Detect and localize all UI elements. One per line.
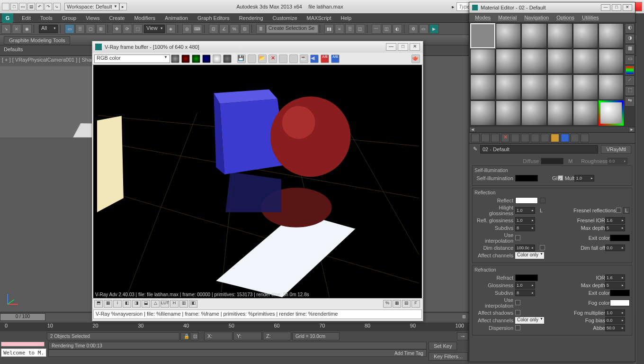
vfb-channel-dropdown[interactable]: RGB color bbox=[94, 55, 170, 63]
fresnel-checkbox[interactable] bbox=[616, 208, 621, 213]
vfb-f-icon[interactable]: F bbox=[411, 300, 420, 308]
menu-modifiers[interactable]: Modifiers bbox=[129, 14, 160, 22]
timeline-expand-icon[interactable]: ⊞ bbox=[462, 314, 466, 319]
medit-menu-material[interactable]: Material bbox=[494, 14, 520, 21]
reflect-swatch[interactable] bbox=[515, 197, 538, 204]
qat-save-icon[interactable]: ▤ bbox=[27, 3, 35, 10]
select-manip-icon[interactable]: ◎ bbox=[182, 24, 192, 34]
material-type-button[interactable]: VRayMtl bbox=[601, 145, 631, 154]
fresnel-ior-spinner[interactable]: 1.6 bbox=[605, 217, 625, 224]
qat-new-icon[interactable]: □ bbox=[10, 3, 18, 10]
menu-customize[interactable]: Customize bbox=[268, 14, 302, 22]
vfb-b6[interactable]: △ bbox=[151, 300, 160, 308]
dim-checkbox[interactable] bbox=[540, 245, 545, 250]
vfb-percent-icon[interactable]: % bbox=[383, 300, 392, 308]
get-material-icon[interactable] bbox=[471, 134, 480, 142]
vfb-open-icon[interactable]: 📂 bbox=[258, 55, 267, 63]
vfb-save-icon[interactable]: 💾 bbox=[237, 55, 246, 63]
angle-snap-icon[interactable]: ∠ bbox=[219, 24, 229, 34]
filter-dropdown[interactable]: All bbox=[39, 25, 58, 33]
layer-mgr-icon[interactable]: ◫ bbox=[356, 24, 365, 34]
background-icon[interactable]: ▦ bbox=[626, 45, 634, 54]
go-forward-icon[interactable] bbox=[581, 134, 589, 142]
vfb-green-icon[interactable] bbox=[192, 55, 200, 63]
material-slot-21[interactable] bbox=[521, 100, 546, 126]
app-logo-icon[interactable]: G bbox=[2, 13, 13, 23]
refr-ior-spinner[interactable]: 1.6 bbox=[605, 274, 625, 281]
options-icon[interactable]: ⟋ bbox=[626, 76, 634, 85]
medit-minimize-button[interactable]: — bbox=[601, 4, 610, 11]
refl-maxdepth-spinner[interactable]: 5 bbox=[605, 225, 625, 231]
scale-icon[interactable]: ⬚ bbox=[133, 24, 143, 34]
vfb-b1[interactable]: ▦ bbox=[104, 300, 112, 308]
scroll-right-icon[interactable]: ► bbox=[628, 127, 635, 132]
fog-color-swatch[interactable] bbox=[610, 300, 630, 306]
edit-selset-icon[interactable]: ≣ bbox=[256, 24, 266, 34]
percent-snap-icon[interactable]: % bbox=[230, 24, 239, 34]
graphite-tab[interactable]: Graphite Modeling Tools bbox=[4, 36, 70, 45]
material-slot-3[interactable] bbox=[521, 23, 546, 48]
medit-maximize-button[interactable]: □ bbox=[612, 4, 621, 11]
menu-graph-editors[interactable]: Graph Editors bbox=[193, 14, 234, 22]
material-slot-16[interactable] bbox=[547, 74, 572, 100]
delete-icon[interactable]: ✕ bbox=[501, 134, 510, 142]
make-unique-icon[interactable] bbox=[511, 134, 519, 142]
select-by-mat-icon[interactable]: ⬚ bbox=[626, 87, 634, 95]
put-lib-icon[interactable] bbox=[521, 134, 529, 142]
material-slot-13[interactable] bbox=[470, 74, 495, 100]
vfb-blue-icon[interactable] bbox=[202, 55, 211, 63]
mat-editor-icon[interactable]: ◐ bbox=[393, 24, 402, 34]
material-slot-22[interactable] bbox=[547, 100, 572, 126]
schematic-icon[interactable]: ◫ bbox=[382, 24, 392, 34]
vfb-b0[interactable]: ⬒ bbox=[94, 300, 103, 308]
material-slot-5[interactable] bbox=[573, 23, 598, 48]
vfb-region-icon[interactable]: ⬚ bbox=[289, 55, 298, 63]
vfb-b9[interactable]: ▥ bbox=[179, 300, 188, 308]
refr-maxdepth-spinner[interactable]: 5 bbox=[605, 282, 625, 289]
select-name-icon[interactable]: ☰ bbox=[75, 24, 85, 34]
refr-subdivs-spinner[interactable]: 8 bbox=[515, 290, 535, 296]
script-recorder[interactable] bbox=[1, 342, 45, 346]
vfb-rgb-icon[interactable] bbox=[171, 55, 179, 63]
pivot-icon[interactable]: ◈ bbox=[166, 24, 176, 34]
refr-affect-dropdown[interactable]: Color only bbox=[515, 317, 544, 324]
mult-spinner[interactable]: 1.0 bbox=[574, 175, 594, 182]
reflgloss-spinner[interactable]: 1.0 bbox=[515, 217, 535, 224]
affect-shadows-checkbox[interactable] bbox=[515, 310, 520, 315]
qat-open-icon[interactable]: ▭ bbox=[19, 3, 27, 10]
move-icon[interactable]: ✥ bbox=[112, 24, 122, 34]
hilight-spinner[interactable]: 1.0 bbox=[515, 207, 535, 214]
dim-dist-spinner[interactable]: 100.0c bbox=[515, 245, 535, 251]
qat-undo-icon[interactable]: ↶ bbox=[36, 3, 44, 10]
vfb-minimize-button[interactable]: — bbox=[386, 43, 396, 51]
menu-animation[interactable]: Animation bbox=[160, 14, 193, 22]
fresnel-l-button[interactable]: L bbox=[623, 207, 630, 214]
material-slot-20[interactable] bbox=[496, 100, 521, 126]
render-frame-icon[interactable]: ▭ bbox=[419, 24, 429, 34]
fog-bias-spinner[interactable]: 0.0 bbox=[605, 317, 625, 324]
key-icon[interactable]: ⊸ bbox=[457, 332, 468, 340]
menu-help[interactable]: Help bbox=[336, 14, 357, 22]
vfb-b8[interactable]: H bbox=[170, 300, 179, 308]
material-slot-4[interactable] bbox=[547, 23, 572, 48]
mirror-icon[interactable]: ▮▮ bbox=[324, 24, 334, 34]
select-icon[interactable]: ▭ bbox=[65, 24, 74, 34]
snap-icon[interactable]: ⊡ bbox=[209, 24, 218, 34]
coord-x[interactable]: X: bbox=[204, 332, 233, 340]
workspace-dropdown[interactable]: Workspace: Default bbox=[64, 3, 119, 10]
set-key-button[interactable]: Set Key bbox=[429, 342, 457, 350]
refr-interp-checkbox[interactable] bbox=[515, 300, 520, 305]
vfb-b7[interactable]: LUT bbox=[161, 300, 169, 308]
key-filters-button[interactable]: Key Filters... bbox=[429, 352, 468, 361]
medit-menu-options[interactable]: Options bbox=[553, 14, 578, 21]
render-setup-icon[interactable]: ⚙ bbox=[409, 24, 418, 34]
reflect-map-button[interactable] bbox=[540, 198, 546, 203]
material-slot-11[interactable] bbox=[573, 49, 598, 74]
vfb-compare-b-icon[interactable]: A/B bbox=[331, 55, 340, 63]
ref-coord-dropdown[interactable]: View bbox=[144, 25, 165, 33]
add-time-tag-button[interactable]: Add Time Tag bbox=[48, 349, 427, 357]
vfb-red-icon[interactable] bbox=[181, 55, 190, 63]
menu-create[interactable]: Create bbox=[104, 14, 129, 22]
diffuse-swatch[interactable] bbox=[541, 158, 564, 164]
mat-id-icon[interactable] bbox=[531, 134, 539, 142]
